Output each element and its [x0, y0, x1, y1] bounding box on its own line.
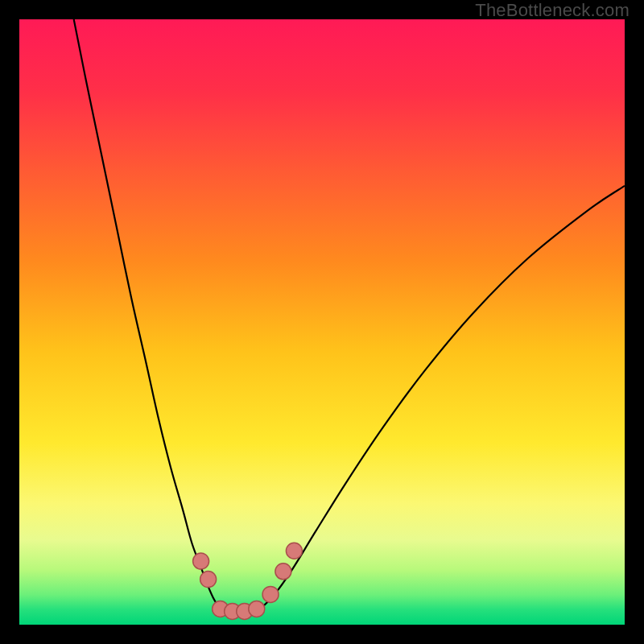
- right-high-marker: [286, 543, 302, 559]
- curve-layer: [19, 19, 625, 625]
- left-mid-marker: [200, 572, 217, 588]
- right-mid-marker: [275, 564, 291, 580]
- floor-d-marker: [249, 601, 265, 617]
- series-right-curve: [262, 186, 625, 608]
- bottleneck-chart: TheBottleneck.com: [0, 0, 644, 644]
- left-top-marker: [193, 553, 209, 569]
- plot-area: [19, 19, 625, 625]
- right-low-marker: [262, 586, 279, 602]
- series-left-curve: [74, 19, 219, 608]
- watermark-text: TheBottleneck.com: [475, 0, 630, 21]
